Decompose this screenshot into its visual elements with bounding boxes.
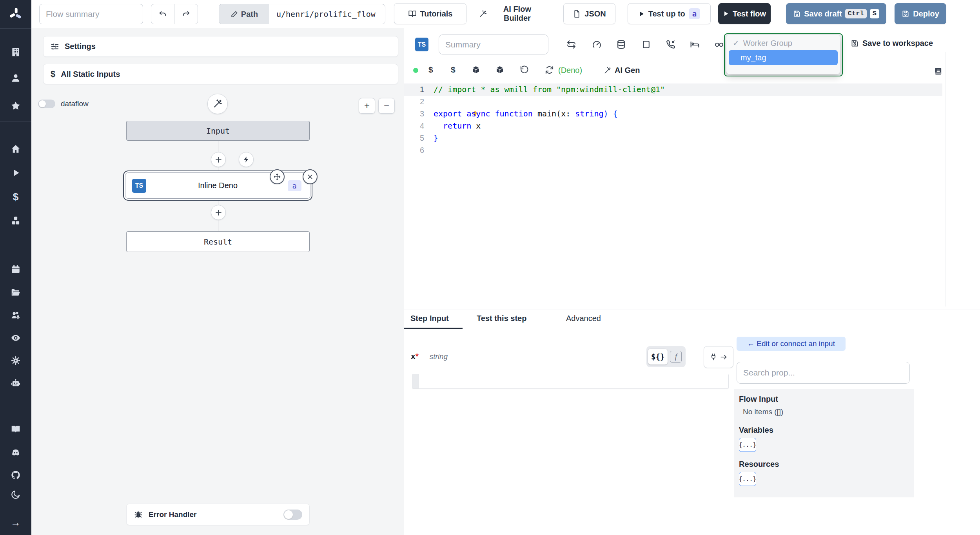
insert-step-button[interactable] (211, 205, 226, 220)
tab-step-input[interactable]: Step Input (410, 314, 449, 323)
code-token: export (434, 109, 462, 118)
save-icon (902, 10, 909, 18)
sleep-button[interactable] (690, 40, 700, 51)
code-comment: // import * as wmill from "npm:windmill-… (434, 83, 665, 96)
save-icon (851, 39, 859, 47)
sidebar-item-folders[interactable] (0, 287, 31, 297)
play-icon (638, 11, 645, 17)
sidebar-item-docs[interactable] (0, 424, 31, 434)
save-draft-button[interactable]: Save draft Ctrl S (786, 3, 886, 24)
windmill-logo[interactable] (0, 0, 31, 29)
code-line[interactable]: 2 (404, 96, 980, 108)
save-to-workspace-button[interactable]: Save to workspace (851, 39, 933, 48)
step-id-badge: a (689, 8, 700, 19)
suspend-button[interactable] (666, 40, 675, 51)
concurrency-button[interactable] (641, 40, 651, 51)
check-icon: ✓ (733, 38, 739, 48)
benchmark-button[interactable] (592, 40, 602, 51)
tab-test-this-step[interactable]: Test this step (477, 314, 526, 323)
json-button[interactable]: JSON (563, 3, 615, 24)
undo-redo-group (151, 4, 198, 24)
insert-step-button[interactable] (211, 152, 226, 167)
ai-flow-builder-button[interactable]: AI Flow Builder (477, 3, 546, 24)
expr-mode-toggle[interactable]: ${} (648, 349, 668, 365)
edit-or-connect-button[interactable]: ← Edit or connect an input (737, 337, 846, 351)
fn-mode-toggle[interactable]: f (670, 351, 682, 363)
variables-object-badge[interactable]: {...} (739, 438, 756, 452)
zoom-in-button[interactable]: + (359, 98, 375, 114)
tab-advanced[interactable]: Advanced (566, 314, 601, 323)
line-number: 3 (404, 108, 424, 120)
add-trigger-button[interactable] (239, 152, 254, 167)
undo-button[interactable] (151, 4, 175, 24)
sidebar-item-user[interactable] (0, 73, 31, 83)
worker-group-option-selected[interactable]: my_tag (729, 50, 838, 65)
sidebar-item-workspace[interactable] (0, 47, 31, 57)
sidebar-item-schedules[interactable] (0, 264, 31, 274)
mock-button[interactable] (714, 41, 724, 50)
search-prop-input[interactable] (737, 362, 910, 384)
script-library-icon[interactable] (934, 67, 943, 77)
flow-graph-panel: Settings $ All Static Inputs dataflow + … (31, 28, 404, 535)
path-button[interactable]: Path (219, 4, 269, 24)
moon-icon (11, 490, 21, 500)
code-line[interactable]: 4 return x (404, 120, 980, 132)
code-line[interactable]: 6 (404, 144, 980, 156)
move-step-button[interactable] (270, 169, 285, 184)
dataflow-toggle[interactable] (38, 100, 55, 108)
tutorials-button[interactable]: Tutorials (394, 3, 466, 24)
code-line[interactable]: 3 export async function main(x: string) … (404, 108, 980, 120)
sidebar-item-groups[interactable] (0, 310, 31, 320)
flow-input-node[interactable]: Input (126, 121, 310, 141)
reload-runtime-button[interactable] (545, 65, 554, 76)
field-value-row (412, 374, 729, 389)
flow-summary-input[interactable] (39, 4, 143, 24)
sidebar-item-favorites[interactable] (0, 101, 31, 111)
variable-picker-button[interactable]: $ (428, 65, 433, 74)
field-drag-handle[interactable] (412, 374, 419, 388)
path-value[interactable]: u/henri/prolific_flow (269, 4, 385, 24)
test-flow-button[interactable]: Test flow (718, 3, 771, 24)
square-icon (641, 40, 651, 49)
sidebar-item-github[interactable] (0, 470, 31, 480)
test-up-to-label: Test up to (648, 9, 685, 18)
home-icon (11, 144, 21, 154)
error-handler-toggle[interactable] (283, 510, 302, 520)
worker-group-option[interactable]: ✓ Worker Group (726, 35, 840, 49)
zoom-out-button[interactable]: − (378, 98, 395, 114)
sidebar-item-settings[interactable] (0, 355, 31, 366)
sidebar-item-variables[interactable]: $ (0, 192, 31, 202)
code-line[interactable]: 5 } (404, 132, 980, 144)
sidebar-item-resources[interactable] (0, 216, 31, 226)
sidebar-item-discord[interactable] (0, 448, 31, 458)
field-value-input[interactable] (419, 374, 728, 388)
test-up-to-button[interactable]: Test up to a (628, 3, 711, 24)
flow-settings-button[interactable]: Settings (43, 36, 398, 57)
cache-button[interactable] (616, 40, 626, 51)
error-handler-card[interactable]: Error Handler (126, 504, 310, 525)
resource-picker-button[interactable]: $ (451, 65, 456, 74)
resources-object-badge[interactable]: {...} (739, 472, 756, 486)
sidebar-item-audit-logs[interactable] (0, 333, 31, 343)
sidebar-item-home[interactable] (0, 144, 31, 154)
save-draft-label: Save draft (804, 9, 842, 18)
delete-step-button[interactable] (303, 169, 318, 184)
sidebar-item-runs[interactable] (0, 168, 31, 178)
flow-result-node[interactable]: Result (126, 231, 310, 252)
code-line[interactable]: 1 // import * as wmill from "npm:windmil… (404, 83, 980, 96)
ai-gen-button[interactable]: AI Gen (604, 66, 640, 75)
redo-button[interactable] (175, 4, 198, 24)
sidebar-item-ai[interactable] (0, 378, 31, 388)
step-summary-input[interactable] (439, 34, 548, 54)
package-button[interactable] (471, 65, 481, 76)
all-static-inputs-button[interactable]: $ All Static Inputs (43, 64, 398, 84)
sidebar-expand-button[interactable]: → (0, 517, 31, 528)
deploy-button[interactable]: Deploy (895, 3, 946, 24)
reset-code-button[interactable] (520, 65, 529, 76)
ai-builder-wand-button[interactable] (207, 94, 228, 114)
package-reload-button[interactable] (495, 65, 505, 76)
connect-input-button[interactable] (704, 346, 733, 368)
phone-incoming-icon (666, 40, 675, 49)
swap-step-button[interactable] (566, 40, 576, 51)
sidebar-item-dark-mode[interactable] (0, 490, 31, 500)
